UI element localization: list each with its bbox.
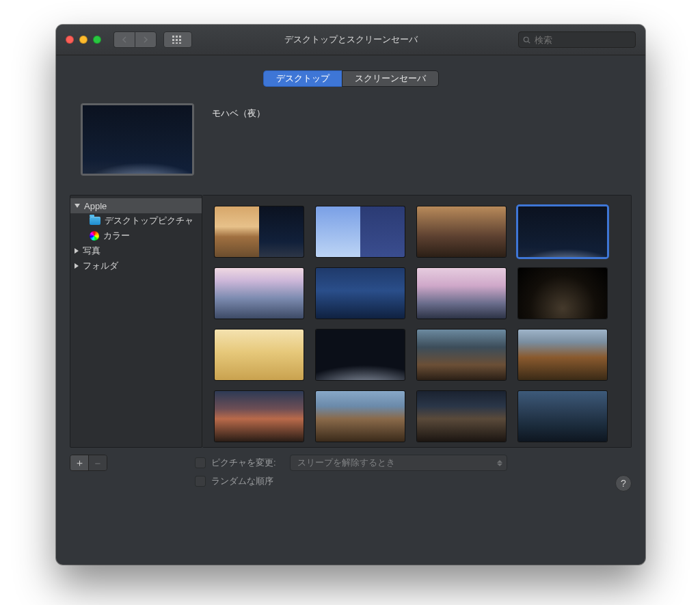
- wallpaper-name: モハベ（夜）: [212, 107, 265, 120]
- disclosure-right-icon: [75, 248, 79, 254]
- thumb-mojave-dynamic[interactable]: [215, 206, 304, 257]
- source-desktop-pictures-label: デスクトップピクチャ: [105, 215, 193, 227]
- tab-bar: デスクトップ スクリーンセーバ: [56, 70, 645, 87]
- svg-rect-8: [179, 42, 181, 44]
- svg-rect-6: [172, 42, 174, 44]
- thumb-lake-blue[interactable]: [316, 268, 405, 319]
- source-list[interactable]: Apple デスクトップピクチャ カラー 写真 フォルダ: [70, 195, 202, 448]
- add-remove-group: ＋ −: [70, 455, 107, 471]
- source-photos-label: 写真: [83, 245, 100, 257]
- updown-icon: [497, 460, 502, 466]
- search-icon: [523, 36, 530, 44]
- thumb-rock-spires[interactable]: [417, 330, 506, 380]
- titlebar: デスクトップとスクリーンセーバ: [56, 25, 645, 55]
- forward-button[interactable]: [135, 31, 157, 48]
- source-desktop-pictures[interactable]: デスクトップピクチャ: [70, 213, 202, 228]
- chevron-right-icon: [142, 36, 149, 43]
- svg-rect-3: [172, 39, 174, 41]
- source-apple-label: Apple: [84, 201, 107, 211]
- thumbnail-grid: [215, 206, 619, 442]
- show-all-button[interactable]: [163, 31, 192, 48]
- random-order-label: ランダムな順序: [211, 475, 273, 487]
- chevron-left-icon: [121, 36, 128, 43]
- mojave-night-image: [83, 105, 192, 174]
- change-picture-row: ピクチャを変更: スリープを解除するとき: [195, 455, 507, 471]
- close-icon[interactable]: [66, 36, 74, 44]
- colorwheel-icon: [90, 231, 99, 241]
- random-order-row: ランダムな順序: [195, 475, 507, 487]
- source-folders-label: フォルダ: [83, 260, 118, 272]
- thumb-sierra-day[interactable]: [316, 391, 405, 442]
- content-split: Apple デスクトップピクチャ カラー 写真 フォルダ: [70, 195, 632, 448]
- minimize-icon[interactable]: [79, 36, 88, 44]
- footer-controls: ＋ − ピクチャを変更: スリープを解除するとき ランダムな順序 ?: [70, 455, 632, 487]
- change-interval-value: スリープを解除するとき: [297, 457, 395, 469]
- thumb-sierra-sunrise[interactable]: [215, 391, 304, 442]
- tab-screensaver[interactable]: スクリーンセーバ: [342, 70, 439, 87]
- thumb-dunes-light[interactable]: [215, 330, 304, 380]
- source-colors[interactable]: カラー: [70, 228, 202, 243]
- source-colors-label: カラー: [103, 230, 130, 242]
- zoom-icon[interactable]: [93, 36, 101, 44]
- svg-rect-2: [179, 36, 181, 38]
- change-options: ピクチャを変更: スリープを解除するとき ランダムな順序: [195, 455, 507, 487]
- thumb-mojave-day[interactable]: [417, 206, 506, 257]
- random-order-checkbox[interactable]: [195, 476, 206, 487]
- thumb-mono-tufa[interactable]: [417, 268, 506, 319]
- preview-row: モハベ（夜）: [81, 103, 645, 176]
- source-photos[interactable]: 写真: [70, 243, 202, 258]
- add-folder-button[interactable]: ＋: [70, 455, 89, 470]
- change-picture-label: ピクチャを変更:: [211, 457, 276, 469]
- thumb-mojave-night[interactable]: [518, 206, 607, 257]
- traffic-lights: [56, 36, 101, 44]
- source-apple[interactable]: Apple: [70, 198, 202, 213]
- source-folders[interactable]: フォルダ: [70, 258, 202, 273]
- remove-folder-button: −: [89, 455, 107, 470]
- svg-rect-1: [176, 36, 178, 38]
- thumb-autumn-mountain[interactable]: [518, 330, 607, 380]
- thumb-elcap-dusk[interactable]: [417, 391, 506, 442]
- folder-icon: [90, 217, 100, 225]
- change-interval-popup[interactable]: スリープを解除するとき: [290, 455, 507, 471]
- nav-buttons: [113, 31, 192, 48]
- search-field[interactable]: [518, 31, 636, 48]
- svg-line-10: [528, 41, 530, 43]
- tab-desktop[interactable]: デスクトップ: [263, 70, 342, 87]
- thumb-dune-dark[interactable]: [316, 330, 405, 380]
- thumb-desert-dawn[interactable]: [215, 268, 304, 319]
- help-button[interactable]: ?: [615, 475, 632, 492]
- thumbnail-grid-wrap[interactable]: [202, 195, 632, 448]
- thumb-yosemite-blue[interactable]: [518, 391, 607, 442]
- change-picture-checkbox[interactable]: [195, 457, 206, 468]
- disclosure-down-icon: [75, 204, 80, 208]
- back-button[interactable]: [113, 31, 135, 48]
- svg-rect-4: [176, 39, 178, 41]
- svg-rect-0: [172, 36, 174, 38]
- search-input[interactable]: [533, 34, 635, 46]
- prefs-window: デスクトップとスクリーンセーバ デスクトップ スクリーンセーバ モハベ（夜） A…: [56, 25, 645, 565]
- svg-rect-7: [176, 42, 178, 44]
- thumb-gradient-dynamic[interactable]: [316, 206, 405, 257]
- wallpaper-preview: [81, 103, 194, 176]
- thumb-night-trees[interactable]: [518, 268, 607, 319]
- svg-point-9: [524, 37, 528, 42]
- grid-icon: [172, 36, 183, 44]
- disclosure-right-icon: [75, 263, 79, 269]
- svg-rect-5: [179, 39, 181, 41]
